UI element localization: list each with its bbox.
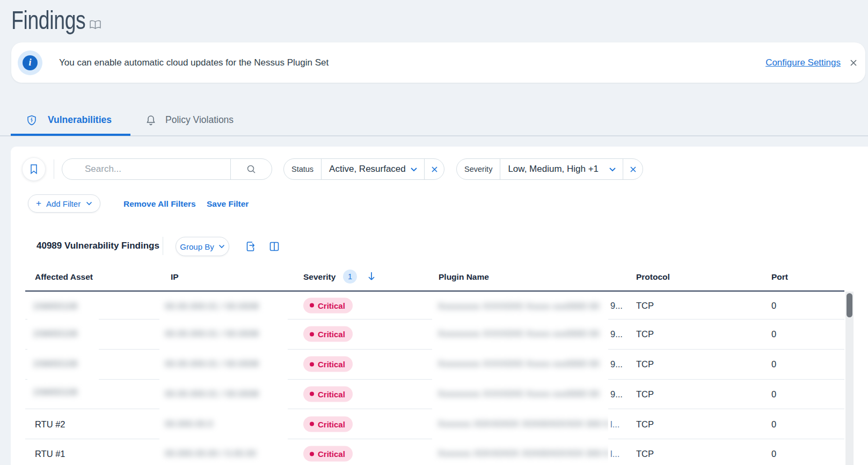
info-banner: i You can enable automatic cloud updates… <box>11 42 865 83</box>
protocol-cell: TCP <box>636 329 654 339</box>
group-by-label: Group By <box>180 242 214 251</box>
search-button[interactable] <box>230 159 272 179</box>
divider <box>163 237 163 255</box>
asset-name[interactable]: RTU #2 <box>35 419 65 429</box>
chevron-down-icon[interactable] <box>609 167 616 172</box>
filter-pill-severity-remove-icon[interactable] <box>623 166 643 173</box>
bookmark-icon <box>30 164 38 175</box>
sort-desc-arrow-icon[interactable] <box>367 271 376 284</box>
filter-pill-severity-value[interactable]: Low, Medium, High +1 <box>508 164 599 175</box>
asset-name[interactable]: RTU #1 <box>35 449 65 459</box>
filter-pill-status-value[interactable]: Active, Resurfaced <box>329 164 406 175</box>
table-row[interactable]: 1NM0010800.00.000.01 / 00.0008CriticalXx… <box>25 350 844 380</box>
configure-settings-link[interactable]: Configure Settings <box>765 57 841 68</box>
chevron-down-icon <box>86 201 92 206</box>
table-row[interactable]: RTU #100.000.00.00 / 0.00.00CriticalXxxx… <box>25 439 844 465</box>
port-cell: 0 <box>771 359 776 369</box>
table-scrollbar[interactable] <box>845 292 854 465</box>
port-cell: 0 <box>771 300 776 310</box>
add-filter-button[interactable]: + Add Filter <box>28 194 100 213</box>
filter-pill-severity: Severity Low, Medium, High +1 <box>456 158 643 180</box>
add-filter-label: Add Filter <box>46 199 81 208</box>
filter-pill-status-label: Status <box>284 165 313 173</box>
banner-close-icon[interactable] <box>849 59 858 67</box>
col-header-severity[interactable]: Severity <box>303 272 335 282</box>
protocol-cell: TCP <box>636 359 654 369</box>
protocol-cell: TCP <box>636 449 654 459</box>
severity-dot-icon <box>310 362 314 366</box>
severity-dot-icon <box>310 452 314 456</box>
findings-count: 40989 Vulnerability Findings <box>37 241 159 251</box>
active-tab-underline <box>11 134 130 136</box>
saved-filters-button[interactable] <box>22 157 46 181</box>
redacted-ip: 00.000.00.00 / 0.00.00 <box>159 437 288 465</box>
severity-dot-icon <box>310 422 314 426</box>
col-header-port[interactable]: Port <box>771 272 788 282</box>
port-cell: 0 <box>771 449 776 459</box>
redacted-asset: 1NM00108 <box>27 377 99 409</box>
plugin-name-tail[interactable]: 9... <box>610 389 623 399</box>
save-filter-link[interactable]: Save Filter <box>207 199 249 209</box>
severity-dot-icon <box>310 392 314 396</box>
table-row[interactable]: 1NM0010800.00.000.01 / 00.0008CriticalXx… <box>25 380 844 410</box>
search-box <box>62 158 272 180</box>
search-icon <box>246 164 257 175</box>
docs-book-icon[interactable] <box>89 19 101 33</box>
port-cell: 0 <box>771 389 776 399</box>
plus-icon: + <box>36 198 41 209</box>
tab-policy-violations-label: Policy Violations <box>165 114 234 126</box>
severity-badge: Critical <box>303 416 353 432</box>
col-header-plugin-name[interactable]: Plugin Name <box>439 272 489 282</box>
bell-icon <box>146 115 156 126</box>
export-icon[interactable] <box>245 241 257 252</box>
plugin-name-tail[interactable]: 9... <box>610 359 623 369</box>
protocol-cell: TCP <box>636 389 654 399</box>
severity-badge: Critical <box>303 446 353 462</box>
page-title: Findings <box>11 5 85 35</box>
group-by-button[interactable]: Group By <box>176 237 229 256</box>
port-cell: 0 <box>771 419 776 429</box>
sort-order-badge: 1 <box>343 270 357 284</box>
protocol-cell: TCP <box>636 300 654 310</box>
plugin-name-tail[interactable]: 9... <box>610 329 623 339</box>
table-row[interactable]: 1NM0010800.00.000.01 / 00.0008CriticalXx… <box>25 292 844 319</box>
table-body: 1NM0010800.00.000.01 / 00.0008CriticalXx… <box>25 290 844 465</box>
protocol-cell: TCP <box>636 419 654 429</box>
table-row[interactable]: 1NM0010800.00.000.01 / 00.0008CriticalXx… <box>25 319 844 350</box>
tab-vulnerabilities[interactable]: Vulnerabilities <box>27 105 112 135</box>
port-cell: 0 <box>771 329 776 339</box>
shield-icon <box>27 115 37 126</box>
col-header-protocol[interactable]: Protocol <box>636 272 670 282</box>
filter-pill-status-remove-icon[interactable] <box>425 166 444 173</box>
banner-message: You can enable automatic cloud updates f… <box>59 57 329 68</box>
col-header-ip[interactable]: IP <box>171 272 179 282</box>
divider <box>54 159 54 179</box>
tab-policy-violations[interactable]: Policy Violations <box>146 105 234 135</box>
severity-dot-icon <box>310 303 314 308</box>
columns-icon[interactable] <box>269 241 280 252</box>
info-icon: i <box>18 50 42 75</box>
tab-vulnerabilities-label: Vulnerabilities <box>48 114 112 126</box>
search-input[interactable] <box>62 164 230 175</box>
remove-all-filters-link[interactable]: Remove All Filters <box>123 199 196 209</box>
severity-dot-icon <box>310 332 314 336</box>
redacted-plugin-name: Xxxxxxx X0XX0X0X X0X00X0XX0X 000 0 <box>432 437 608 465</box>
severity-badge: Critical <box>303 297 353 313</box>
col-header-affected-asset[interactable]: Affected Asset <box>35 272 93 282</box>
plugin-name-tail[interactable]: 9... <box>610 300 623 310</box>
chevron-down-icon <box>218 244 225 249</box>
filter-pill-severity-label: Severity <box>457 165 492 173</box>
plugin-name-tail[interactable]: l... <box>610 419 619 429</box>
table-row[interactable]: RTU #200.000.00.0CriticalXxxxxxx X0XX0X0… <box>25 409 844 439</box>
severity-badge: Critical <box>303 326 353 342</box>
findings-page: Findings i You can enable automatic clou… <box>0 0 868 465</box>
scrollbar-thumb[interactable] <box>847 293 852 317</box>
severity-badge: Critical <box>303 386 353 402</box>
plugin-name-tail[interactable]: l... <box>610 449 619 459</box>
chevron-down-icon[interactable] <box>410 167 418 172</box>
severity-badge: Critical <box>303 357 353 372</box>
filter-pill-status: Status Active, Resurfaced <box>283 158 444 180</box>
